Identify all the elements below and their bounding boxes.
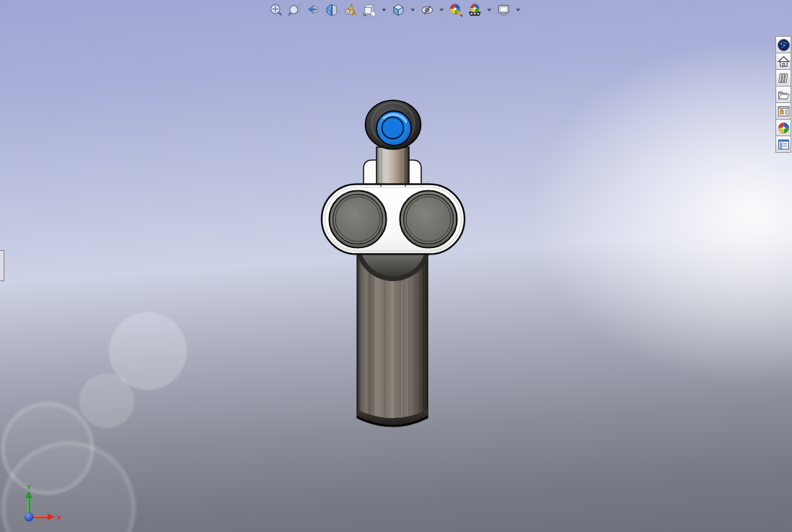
bore-left[interactable]: [330, 191, 387, 248]
blue-cap[interactable]: [377, 111, 411, 146]
triad-y-label: Y: [27, 484, 31, 491]
triad-origin-icon: [25, 513, 34, 522]
reference-triad: Y X: [14, 482, 65, 526]
stem[interactable]: [377, 147, 409, 187]
triad-x-label: X: [57, 514, 61, 521]
model-canvas: [0, 0, 792, 532]
bore-right[interactable]: [400, 191, 457, 248]
triad-y-axis-icon: [26, 491, 32, 498]
cad-viewport[interactable]: Y X: [0, 0, 792, 532]
triad-x-axis-icon: [48, 514, 55, 520]
